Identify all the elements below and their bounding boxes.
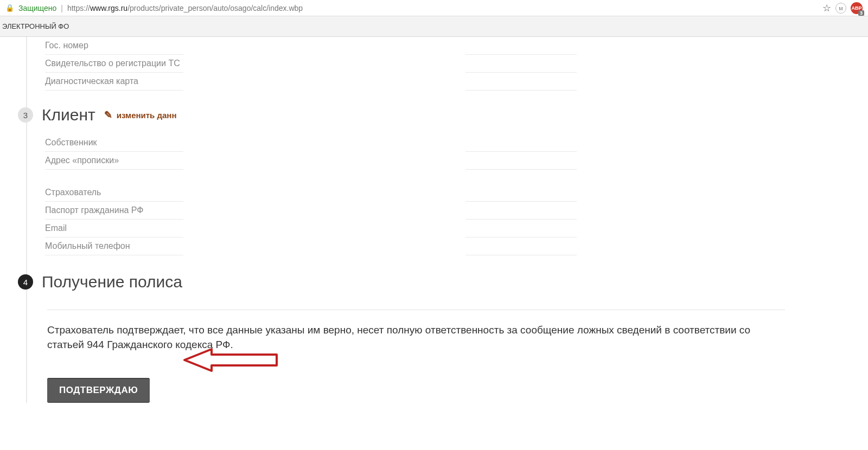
section-4-title: Получение полиса: [42, 273, 182, 291]
page-content: Гос. номер Свидетельство о регистрации Т…: [0, 37, 868, 403]
abp-counter: 3: [858, 10, 864, 16]
url-path: /products/private_person/auto/osago/calc…: [127, 4, 303, 12]
confirm-button[interactable]: ПОДТВЕРЖДАЮ: [47, 378, 150, 403]
step-badge-4: 4: [18, 274, 33, 290]
white-overlay-block: [183, 37, 465, 284]
step-badge-3: 3: [18, 107, 33, 123]
edit-label: изменить данн: [117, 111, 177, 120]
policy-area: Страхователь подтверждает, что все данны…: [18, 310, 835, 403]
section-3-title: Клиент: [42, 106, 95, 124]
url-prefix: https://: [67, 4, 90, 12]
browser-address-bar: 🔒 Защищено | https://www.rgs.ru/products…: [0, 0, 868, 16]
divider-line: [47, 310, 785, 310]
pencil-icon: ✎: [104, 109, 112, 121]
abp-extension-icon[interactable]: ABP3: [851, 2, 863, 14]
edit-client-link[interactable]: ✎ изменить данн: [104, 109, 177, 121]
bookmark-star-icon[interactable]: ☆: [822, 2, 831, 14]
lock-icon: 🔒: [5, 4, 14, 12]
secure-label: Защищено: [18, 4, 56, 12]
disclaimer-text: Страхователь подтверждает, что все данны…: [47, 323, 752, 352]
url-display[interactable]: https://www.rgs.ru/products/private_pers…: [67, 4, 303, 12]
url-host: www.rgs.ru: [90, 4, 127, 12]
bookmarks-bar: ЭЛЕКТРОННЫЙ ФО: [0, 16, 868, 37]
bookmark-item[interactable]: ЭЛЕКТРОННЫЙ ФО: [2, 22, 69, 30]
address-separator: |: [61, 4, 63, 12]
extension-m-icon[interactable]: м: [835, 3, 846, 14]
